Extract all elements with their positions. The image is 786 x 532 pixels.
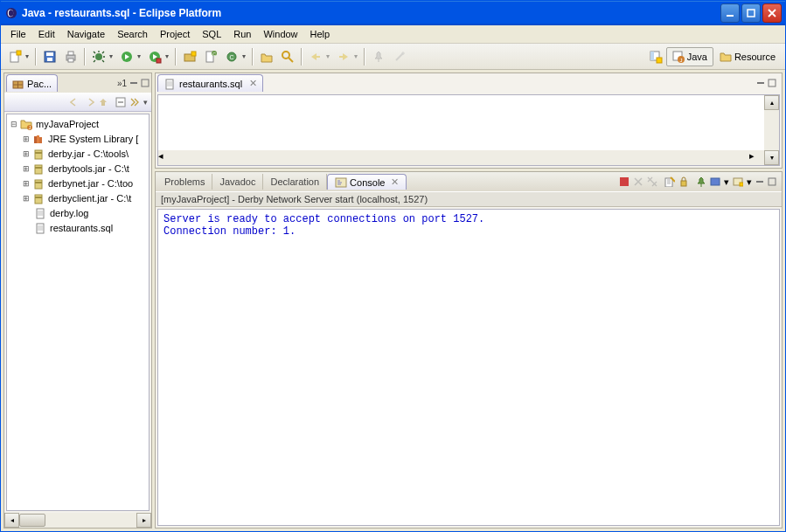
clear-console-icon[interactable]	[664, 176, 675, 187]
tree-project-row[interactable]: ⊟ J myJavaProject	[9, 116, 147, 131]
search-button[interactable]	[278, 47, 297, 66]
tree-item-jar[interactable]: ⊞ derbyclient.jar - C:\t	[9, 190, 147, 205]
new-button[interactable]	[5, 47, 24, 66]
minimize-button[interactable]	[720, 3, 740, 23]
horizontal-scrollbar[interactable]: ◂ ▸	[4, 513, 151, 528]
maximize-view-icon[interactable]	[768, 79, 776, 87]
pin-button[interactable]	[369, 47, 388, 66]
tree-item-file[interactable]: derby.log	[9, 205, 147, 220]
svg-rect-11	[68, 52, 73, 55]
scroll-left-button[interactable]: ◂	[158, 150, 173, 165]
dropdown-arrow-icon[interactable]: ▾	[165, 52, 172, 60]
menu-edit[interactable]: Edit	[32, 27, 61, 41]
debug-button[interactable]	[89, 47, 108, 66]
collapse-icon[interactable]: ⊟	[9, 120, 19, 128]
close-tab-icon[interactable]: ✕	[249, 78, 257, 89]
link-editor-icon[interactable]	[129, 97, 140, 107]
close-button[interactable]	[762, 3, 782, 23]
tab-declaration[interactable]: Declaration	[263, 174, 327, 190]
menu-run[interactable]: Run	[227, 27, 257, 41]
dropdown-arrow-icon[interactable]: ▾	[724, 176, 729, 188]
perspective-java[interactable]: J Java	[666, 47, 713, 66]
tab-problems[interactable]: Problems	[157, 174, 212, 190]
tab-console[interactable]: Console ✕	[327, 174, 407, 190]
dropdown-arrow-icon[interactable]: ▾	[242, 52, 249, 60]
tab-label: Javadoc	[219, 176, 255, 187]
maximize-button[interactable]	[741, 3, 761, 23]
scroll-down-button[interactable]: ▾	[764, 150, 779, 165]
scroll-thumb[interactable]	[19, 514, 45, 527]
forward-button[interactable]	[334, 47, 353, 66]
collapse-all-icon[interactable]	[115, 97, 126, 107]
open-type-button[interactable]: C	[222, 47, 241, 66]
perspective-resource[interactable]: Resource	[713, 47, 782, 66]
tree-item-jre[interactable]: ⊞ JRE System Library [	[9, 131, 147, 146]
scroll-up-button[interactable]: ▴	[764, 95, 779, 110]
back-nav-icon[interactable]	[70, 98, 80, 107]
expand-icon[interactable]: ⊞	[21, 194, 31, 203]
menu-window[interactable]: Window	[257, 27, 303, 41]
minimize-view-icon[interactable]	[755, 177, 764, 186]
scroll-left-button[interactable]: ◂	[4, 513, 19, 528]
run-button[interactable]	[117, 47, 136, 66]
expand-icon[interactable]: ⊞	[21, 164, 31, 173]
back-button[interactable]	[306, 47, 325, 66]
dropdown-arrow-icon[interactable]: ▾	[137, 52, 144, 60]
remove-all-icon[interactable]	[647, 176, 657, 187]
menu-file[interactable]: File	[4, 27, 32, 41]
terminate-icon[interactable]	[619, 176, 629, 187]
editor-tab[interactable]: restaurants.sql ✕	[157, 74, 263, 92]
menu-search[interactable]: Search	[111, 27, 154, 41]
package-explorer-tab[interactable]: Pac...	[6, 74, 58, 92]
expand-icon[interactable]: ⊞	[21, 149, 31, 158]
editor-body[interactable]: ▴ ▾ ◂ ▸	[157, 94, 780, 166]
minimize-view-icon[interactable]	[129, 79, 138, 87]
pin-console-icon[interactable]	[696, 176, 706, 187]
tree-item-jar[interactable]: ⊞ derbynet.jar - C:\too	[9, 176, 147, 190]
scroll-right-button[interactable]: ▸	[749, 150, 764, 165]
dropdown-arrow-icon[interactable]: ▾	[326, 52, 333, 60]
history-indicator[interactable]: »1	[117, 79, 127, 88]
expand-icon[interactable]: ⊞	[21, 135, 31, 143]
remove-launch-icon[interactable]	[633, 176, 643, 187]
forward-nav-icon[interactable]	[84, 98, 94, 107]
console-output[interactable]: Server is ready to accept connections on…	[157, 209, 780, 526]
maximize-view-icon[interactable]	[141, 79, 150, 87]
view-menu-icon[interactable]: ▾	[143, 98, 148, 107]
open-perspective-button[interactable]	[646, 47, 665, 66]
save-button[interactable]	[40, 47, 59, 66]
menu-sql[interactable]: SQL	[196, 27, 227, 41]
open-console-icon[interactable]	[733, 176, 743, 187]
maximize-view-icon[interactable]	[768, 177, 776, 186]
vertical-scrollbar[interactable]: ▴ ▾	[764, 95, 779, 165]
scroll-right-button[interactable]: ▸	[136, 513, 151, 528]
expand-icon[interactable]: ⊞	[21, 179, 31, 188]
horizontal-scrollbar[interactable]: ◂ ▸	[158, 150, 764, 165]
new-class-button[interactable]: C	[201, 47, 220, 66]
up-nav-icon[interactable]	[98, 98, 108, 107]
tree-item-file[interactable]: restaurants.sql	[9, 220, 147, 235]
wand-button[interactable]	[390, 47, 409, 66]
project-tree[interactable]: ⊟ J myJavaProject ⊞ JRE System Library […	[6, 114, 150, 511]
dropdown-arrow-icon[interactable]: ▾	[25, 52, 32, 60]
menu-project[interactable]: Project	[154, 27, 196, 41]
menu-navigate[interactable]: Navigate	[61, 27, 111, 41]
tab-javadoc[interactable]: Javadoc	[212, 174, 263, 190]
tree-item-jar[interactable]: ⊞ derbytools.jar - C:\t	[9, 161, 147, 176]
display-console-icon[interactable]	[710, 176, 720, 187]
open-folder-button[interactable]	[257, 47, 276, 66]
print-button[interactable]	[61, 47, 80, 66]
bottom-panel: Problems Javadoc Declaration Console ✕	[155, 171, 783, 529]
dropdown-arrow-icon[interactable]: ▾	[354, 52, 361, 60]
close-tab-icon[interactable]: ✕	[391, 176, 399, 188]
menu-help[interactable]: Help	[304, 27, 337, 41]
scroll-track[interactable]	[19, 513, 136, 528]
scroll-lock-icon[interactable]	[678, 176, 689, 187]
file-icon	[33, 206, 47, 220]
minimize-view-icon[interactable]	[756, 79, 765, 87]
tree-item-jar[interactable]: ⊞ derby.jar - C:\tools\	[9, 146, 147, 161]
external-tools-button[interactable]	[145, 47, 164, 66]
dropdown-arrow-icon[interactable]: ▾	[747, 176, 752, 188]
new-package-button[interactable]	[180, 47, 199, 66]
dropdown-arrow-icon[interactable]: ▾	[109, 52, 116, 60]
